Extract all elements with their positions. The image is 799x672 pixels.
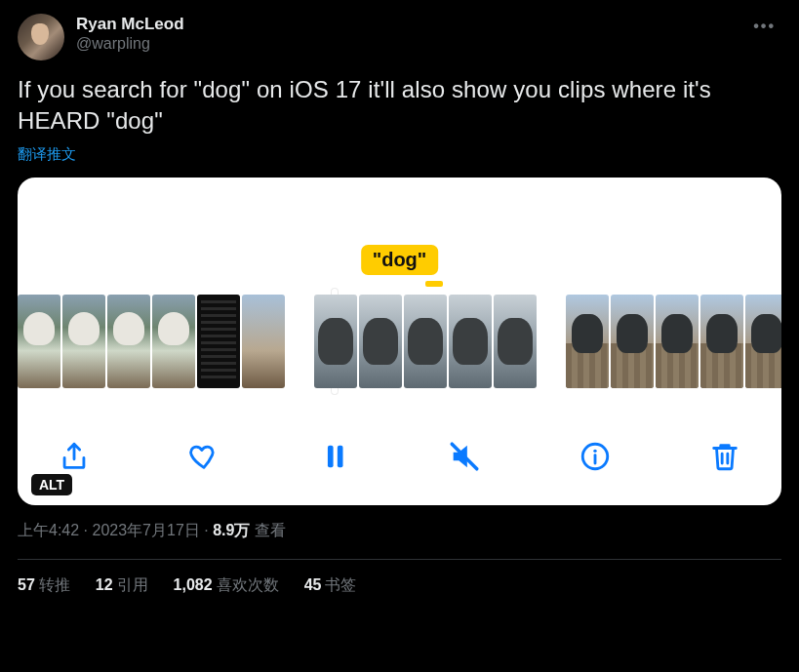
- video-thumbnail: [314, 295, 357, 388]
- avatar[interactable]: [18, 14, 64, 60]
- info-button[interactable]: [576, 437, 615, 476]
- tweet-meta: 上午4:42 · 2023年7月17日 · 8.9万 查看: [18, 521, 781, 541]
- translate-link[interactable]: 翻译推文: [18, 145, 781, 164]
- mute-icon: [448, 440, 481, 473]
- video-thumbnail: [700, 295, 743, 388]
- video-thumbnail: [566, 295, 609, 388]
- more-menu-button[interactable]: •••: [747, 14, 781, 39]
- alt-badge[interactable]: ALT: [31, 474, 72, 495]
- views-count: 8.9万: [213, 522, 250, 538]
- media-attachment[interactable]: "dog": [18, 178, 781, 505]
- video-thumbnail: [359, 295, 402, 388]
- tweet-date[interactable]: 2023年7月17日: [92, 522, 199, 538]
- video-thumbnail: [449, 295, 492, 388]
- author-block[interactable]: Ryan McLeod @warpling: [76, 14, 184, 54]
- info-icon: [579, 440, 612, 473]
- video-thumbnail: [494, 295, 537, 388]
- video-thumbnail: [107, 295, 150, 388]
- heart-icon: [187, 440, 220, 473]
- engagement-stats: 57转推 12引用 1,082喜欢次数 45书签: [18, 560, 781, 596]
- delete-button[interactable]: [705, 437, 744, 476]
- video-thumbnail: [18, 295, 60, 388]
- clip-group: [314, 295, 537, 388]
- share-icon: [58, 440, 91, 473]
- video-thumbnail: [611, 295, 654, 388]
- mute-button[interactable]: [445, 437, 484, 476]
- svg-rect-0: [328, 445, 334, 467]
- video-thumbnail: [656, 295, 699, 388]
- video-thumbnail: [197, 295, 240, 388]
- views-label: 查看: [255, 522, 286, 538]
- video-scrubber-strip[interactable]: [18, 295, 781, 388]
- tweet-container: Ryan McLeod @warpling ••• If you search …: [0, 0, 799, 596]
- video-thumbnail: [242, 295, 285, 388]
- trash-icon: [708, 440, 741, 473]
- tweet-header: Ryan McLeod @warpling •••: [18, 14, 781, 60]
- badge-pointer: [425, 281, 443, 287]
- pause-icon: [318, 440, 351, 473]
- media-toolbar: [18, 429, 781, 484]
- retweets-stat[interactable]: 57转推: [18, 575, 70, 596]
- likes-stat[interactable]: 1,082喜欢次数: [174, 575, 279, 596]
- bookmarks-stat[interactable]: 45书签: [304, 575, 357, 596]
- video-thumbnail: [404, 295, 447, 388]
- pause-button[interactable]: [315, 437, 354, 476]
- search-term-badge: "dog": [361, 245, 439, 275]
- video-thumbnail: [152, 295, 195, 388]
- tweet-text: If you search for "dog" on iOS 17 it'll …: [18, 74, 781, 138]
- svg-rect-1: [338, 445, 343, 467]
- share-button[interactable]: [55, 437, 94, 476]
- clip-group: [566, 295, 781, 388]
- video-thumbnail: [745, 295, 781, 388]
- like-button[interactable]: [184, 437, 223, 476]
- author-handle: @warpling: [76, 34, 184, 54]
- author-display-name: Ryan McLeod: [76, 14, 184, 34]
- tweet-time[interactable]: 上午4:42: [18, 522, 79, 538]
- video-thumbnail: [62, 295, 105, 388]
- svg-point-3: [593, 449, 596, 452]
- quotes-stat[interactable]: 12引用: [96, 575, 148, 596]
- clip-group: [18, 295, 285, 388]
